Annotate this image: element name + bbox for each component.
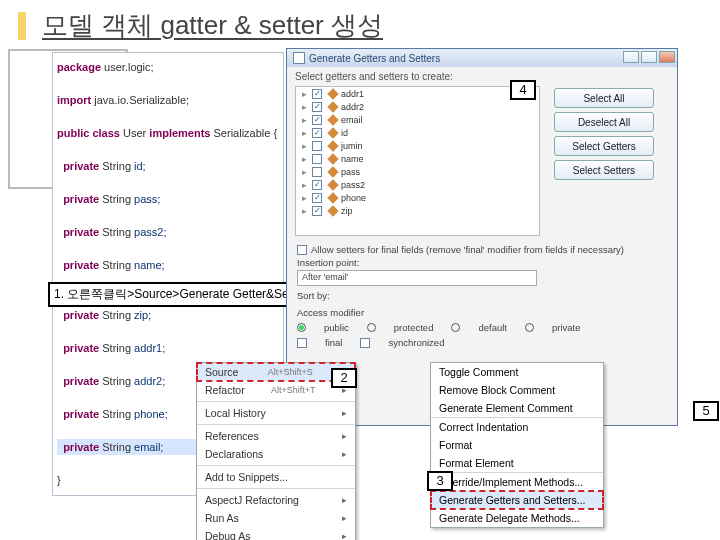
- expand-icon[interactable]: ▸: [300, 167, 309, 177]
- label-final: final: [325, 337, 342, 348]
- field-checkbox[interactable]: [312, 193, 322, 203]
- submenu-format[interactable]: Format: [431, 436, 603, 454]
- select-setters-button[interactable]: Select Setters: [554, 160, 654, 180]
- minimize-button[interactable]: [623, 51, 639, 63]
- field-name-label: zip: [341, 206, 353, 216]
- maximize-button[interactable]: [641, 51, 657, 63]
- expand-icon[interactable]: ▸: [300, 141, 309, 151]
- menu-add-snippets[interactable]: Add to Snippets...: [197, 468, 355, 486]
- field-row-pass2[interactable]: ▸pass2: [296, 178, 539, 191]
- step3-num: 3: [427, 471, 453, 491]
- field-icon: [327, 101, 338, 112]
- submenu-gen-comment[interactable]: Generate Element Comment: [431, 399, 603, 417]
- slide-title: 모델 객체 gatter & setter 생성: [42, 8, 383, 43]
- field-checkbox[interactable]: [312, 141, 322, 151]
- expand-icon[interactable]: ▸: [300, 193, 309, 203]
- field-checkbox[interactable]: [312, 154, 322, 164]
- kw-private10: private: [63, 441, 102, 453]
- radio-protected[interactable]: [367, 323, 376, 332]
- field-checkbox[interactable]: [312, 167, 322, 177]
- menu-debug-as[interactable]: Debug As▸: [197, 527, 355, 540]
- field-icon: [327, 88, 338, 99]
- expand-icon[interactable]: ▸: [300, 102, 309, 112]
- allow-final-checkbox[interactable]: [297, 245, 307, 255]
- label-synchronized: synchronized: [388, 337, 444, 348]
- field-row-id[interactable]: ▸id: [296, 126, 539, 139]
- submenu-remove-block[interactable]: Remove Block Comment: [431, 381, 603, 399]
- submenu-toggle-comment[interactable]: Toggle Comment: [431, 363, 603, 381]
- final-checkbox[interactable]: [297, 338, 307, 348]
- label-default: default: [478, 322, 507, 333]
- expand-icon[interactable]: ▸: [300, 154, 309, 164]
- insertion-value: After 'email': [298, 272, 348, 282]
- radio-default[interactable]: [451, 323, 460, 332]
- submenu-override[interactable]: Override/Implement Methods...: [431, 473, 603, 491]
- expand-icon[interactable]: ▸: [300, 128, 309, 138]
- deselect-all-button[interactable]: Deselect All: [554, 112, 654, 132]
- field-phone: phone;: [134, 408, 168, 420]
- editor-context-menu[interactable]: SourceAlt+Shift+S▸ RefactorAlt+Shift+T▸ …: [196, 362, 356, 540]
- menu-declarations[interactable]: Declarations▸: [197, 445, 355, 463]
- submenu-gen-delegate[interactable]: Generate Delegate Methods...: [431, 509, 603, 527]
- field-name-label: id: [341, 128, 348, 138]
- menu-references[interactable]: References▸: [197, 427, 355, 445]
- source-submenu[interactable]: Toggle Comment Remove Block Comment Gene…: [430, 362, 604, 528]
- field-row-addr2[interactable]: ▸addr2: [296, 100, 539, 113]
- expand-icon[interactable]: ▸: [300, 89, 309, 99]
- field-name-label: pass2: [341, 180, 365, 190]
- step1-text: 1. 오른쪽클릭>Source>Generate Getter&Setter: [54, 287, 306, 301]
- allow-final-label: Allow setters for final fields (remove '…: [311, 244, 624, 255]
- radio-public[interactable]: [297, 323, 306, 332]
- kw-private4: private: [63, 259, 102, 271]
- type10: String: [102, 441, 134, 453]
- iface: Serializable: [214, 127, 271, 139]
- menu-sep3: [197, 465, 355, 466]
- field-addr1: addr1;: [134, 342, 165, 354]
- sync-checkbox[interactable]: [360, 338, 370, 348]
- field-pass2: pass2;: [134, 226, 166, 238]
- label-public: public: [324, 322, 349, 333]
- access-modifiers: public protected default private: [297, 322, 667, 333]
- menu-source-label: Source: [205, 366, 238, 378]
- field-icon: [327, 127, 338, 138]
- field-checkbox[interactable]: [312, 115, 322, 125]
- field-row-jumin[interactable]: ▸jumin: [296, 139, 539, 152]
- menu-run-as[interactable]: Run As▸: [197, 509, 355, 527]
- close-button[interactable]: [659, 51, 675, 63]
- field-name-label: addr2: [341, 102, 364, 112]
- field-row-zip[interactable]: ▸zip: [296, 204, 539, 217]
- menu-local-history[interactable]: Local History▸: [197, 404, 355, 422]
- field-row-phone[interactable]: ▸phone: [296, 191, 539, 204]
- field-checkbox[interactable]: [312, 206, 322, 216]
- field-row-email[interactable]: ▸email: [296, 113, 539, 126]
- field-name-label: name: [341, 154, 364, 164]
- close-brace: }: [57, 474, 61, 486]
- radio-private[interactable]: [525, 323, 534, 332]
- field-icon: [327, 140, 338, 151]
- expand-icon[interactable]: ▸: [300, 180, 309, 190]
- menu-source-kbs: Alt+Shift+S: [268, 367, 313, 377]
- select-all-button[interactable]: Select All: [554, 88, 654, 108]
- field-row-name[interactable]: ▸name: [296, 152, 539, 165]
- type7: String: [102, 342, 134, 354]
- type-string: String: [102, 160, 134, 172]
- field-checkbox[interactable]: [312, 102, 322, 112]
- select-getters-button[interactable]: Select Getters: [554, 136, 654, 156]
- menu-aspectj[interactable]: AspectJ Refactoring▸: [197, 491, 355, 509]
- expand-icon[interactable]: ▸: [300, 115, 309, 125]
- dialog-titlebar[interactable]: Generate Getters and Setters: [287, 49, 677, 67]
- field-checkbox[interactable]: [312, 89, 322, 99]
- field-checkbox[interactable]: [312, 128, 322, 138]
- insertion-select[interactable]: After 'email': [297, 270, 537, 286]
- dialog-title: Generate Getters and Setters: [309, 53, 440, 64]
- field-row-addr1[interactable]: ▸addr1: [296, 87, 539, 100]
- field-row-pass[interactable]: ▸pass: [296, 165, 539, 178]
- submenu-correct-indent[interactable]: Correct Indentation: [431, 418, 603, 436]
- kw-private: private: [63, 160, 102, 172]
- field-checklist[interactable]: ▸addr1▸addr2▸email▸id▸jumin▸name▸pass▸pa…: [295, 86, 540, 236]
- field-checkbox[interactable]: [312, 180, 322, 190]
- submenu-gen-getset[interactable]: Generate Getters and Setters...: [431, 491, 603, 509]
- expand-icon[interactable]: ▸: [300, 206, 309, 216]
- submenu-format-element[interactable]: Format Element: [431, 454, 603, 472]
- class-name: User: [123, 127, 146, 139]
